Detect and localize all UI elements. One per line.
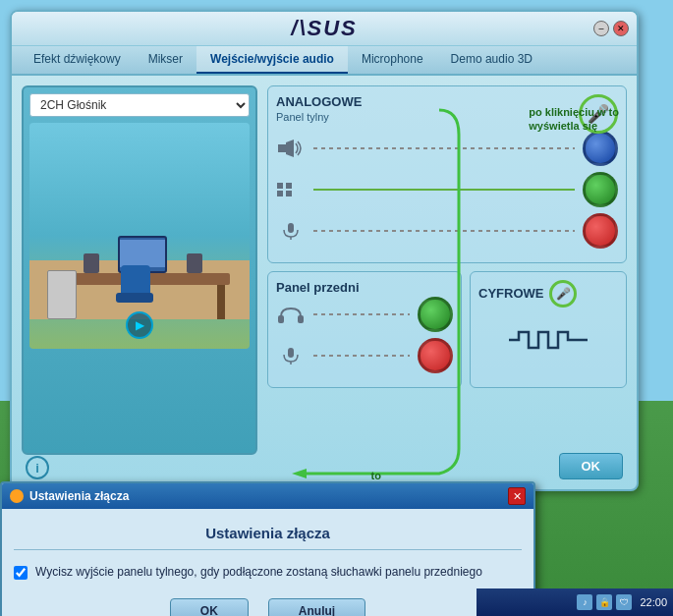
- digital-mic-button[interactable]: 🎤: [549, 280, 577, 308]
- svg-rect-5: [286, 191, 292, 196]
- tab-mikser[interactable]: Mikser: [135, 46, 196, 74]
- taskbar-volume-icon[interactable]: ♪: [577, 594, 592, 610]
- tab-microphone[interactable]: Microphone: [348, 46, 437, 74]
- ok-button[interactable]: OK: [559, 453, 624, 479]
- taskbar-time: 22:00: [640, 596, 667, 608]
- connector-btn-rear-mic[interactable]: [583, 213, 618, 249]
- tab-wejscie[interactable]: Wejście/wyjście audio: [196, 46, 348, 74]
- digital-header: CYFROWE 🎤: [478, 280, 577, 308]
- svg-rect-2: [277, 183, 283, 189]
- wire-rear-mic: [313, 230, 575, 232]
- analog-subtitle: Panel tylny: [276, 111, 618, 123]
- connector-row-rear-mic: [276, 213, 618, 249]
- chair-seat: [116, 293, 153, 303]
- speaker-right: [187, 253, 202, 273]
- mic-circle-button[interactable]: 🎤: [579, 94, 618, 134]
- bottom-panels: Panel przedni: [267, 271, 627, 388]
- connector-row-rear-surround: [276, 172, 618, 207]
- mic-icon-front: [276, 346, 306, 365]
- connector-panel: ANALOGOWE Panel tylny 🎤: [267, 85, 627, 455]
- dialog-cancel-button[interactable]: Anuluj: [268, 598, 365, 616]
- tab-demo[interactable]: Demo audio 3D: [437, 46, 546, 74]
- wire-rear-lineout: [313, 147, 575, 149]
- taskbar-security-icon[interactable]: 🔒: [596, 594, 612, 610]
- dialog-ok-button[interactable]: OK: [170, 598, 249, 616]
- connector-btn-front-mic[interactable]: [418, 338, 453, 373]
- front-panel-section: Panel przedni: [267, 271, 462, 388]
- connector-btn-front-headphone[interactable]: [418, 297, 453, 332]
- dialog-title-text: Ustawienia złącza: [29, 489, 129, 503]
- mic-icon-rear: [276, 221, 306, 241]
- desk-leg-right: [217, 285, 225, 319]
- connector-row-rear-lineout: [276, 131, 618, 166]
- taskbar: ♪ 🔒 🛡 22:00: [477, 588, 673, 616]
- window-controls: – ✕: [593, 21, 629, 36]
- dialog-checkbox-label: Wycisz wyjście panelu tylnego, gdy podłą…: [35, 564, 482, 581]
- svg-marker-12: [292, 469, 307, 478]
- room-panel: 2CH Głośnik 4CH Głośnik 6CH Głośnik: [22, 85, 257, 455]
- room-scene-image: ▶: [29, 123, 250, 349]
- dialog-checkbox-row: Wycisz wyjście panelu tylnego, gdy podłą…: [14, 564, 522, 581]
- svg-marker-1: [286, 140, 294, 157]
- dialog-titlebar: Ustawienia złącza ✕: [2, 483, 533, 509]
- close-button[interactable]: ✕: [613, 21, 629, 36]
- dialog-buttons: OK Anuluj: [14, 598, 522, 616]
- svg-rect-10: [288, 348, 294, 358]
- pc-tower: [47, 270, 77, 319]
- svg-rect-4: [286, 183, 292, 189]
- footer: OK: [559, 453, 624, 479]
- speaker-icon-surround: [276, 180, 306, 199]
- speaker-left: [84, 253, 99, 273]
- speaker-icon-rear: [276, 139, 306, 158]
- annotation-to-label: to: [371, 470, 381, 481]
- headphone-icon: [276, 305, 306, 324]
- minimize-button[interactable]: –: [593, 21, 609, 36]
- wire-rear-surround: [313, 189, 575, 191]
- dialog-window: Ustawienia złącza ✕ Ustawienia złącza Wy…: [0, 481, 535, 616]
- play-button[interactable]: ▶: [126, 311, 153, 339]
- digital-mic-icon: 🎤: [556, 287, 571, 301]
- svg-rect-8: [278, 315, 284, 323]
- svg-rect-0: [278, 144, 286, 152]
- front-panel-title: Panel przedni: [276, 280, 453, 295]
- analog-section: ANALOGOWE Panel tylny 🎤: [267, 85, 627, 263]
- digital-title: CYFROWE: [478, 286, 543, 301]
- dialog-close-button[interactable]: ✕: [508, 487, 526, 505]
- svg-rect-6: [288, 223, 294, 233]
- connector-row-front-headphone: [276, 297, 453, 332]
- dialog-checkbox[interactable]: [14, 566, 28, 580]
- connector-row-front-mic: [276, 338, 453, 373]
- wire-front-mic: [313, 355, 410, 357]
- wire-front-headphone: [313, 313, 410, 315]
- digital-waveform-svg: [504, 326, 592, 354]
- analog-title: ANALOGOWE: [276, 94, 618, 109]
- dialog-body: Ustawienia złącza Wycisz wyjście panelu …: [2, 509, 533, 616]
- asus-window: /\SUS – ✕ Efekt dźwiękowy Mikser Wejście…: [10, 10, 639, 491]
- chair-back: [121, 265, 150, 295]
- info-button[interactable]: i: [26, 456, 49, 479]
- svg-rect-9: [298, 315, 304, 323]
- channel-select[interactable]: 2CH Głośnik 4CH Głośnik 6CH Głośnik: [29, 93, 250, 117]
- dialog-heading: Ustawienia złącza: [14, 525, 522, 550]
- microphone-icon: 🎤: [588, 103, 609, 125]
- dialog-title-icon: [10, 489, 24, 503]
- monitor-screen: [120, 240, 165, 267]
- taskbar-antivirus-icon[interactable]: 🛡: [616, 594, 632, 610]
- asus-logo-text: /\SUS: [291, 16, 357, 40]
- digital-signal-display: [478, 325, 618, 355]
- tab-efekt[interactable]: Efekt dźwiękowy: [20, 46, 135, 74]
- connector-btn-rear-lineout[interactable]: [583, 131, 618, 166]
- asus-logo: /\SUS: [291, 16, 357, 41]
- titlebar: /\SUS – ✕: [12, 12, 637, 46]
- nav-tabs: Efekt dźwiękowy Mikser Wejście/wyjście a…: [12, 46, 637, 76]
- digital-panel-section: CYFROWE 🎤: [470, 271, 627, 388]
- svg-rect-3: [277, 191, 283, 196]
- content-area: 2CH Głośnik 4CH Głośnik 6CH Głośnik: [12, 76, 637, 465]
- connector-btn-rear-surround[interactable]: [583, 172, 618, 207]
